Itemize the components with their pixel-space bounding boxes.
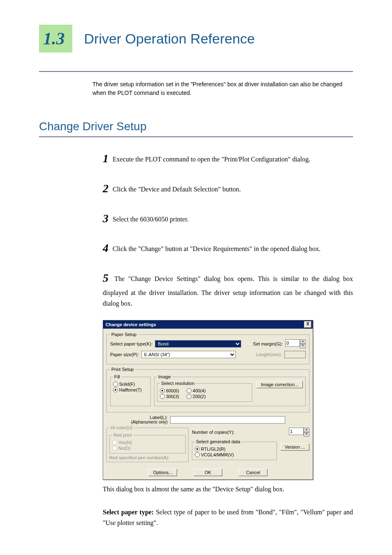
image-group: Image Select resolution 600(6) 300(3) [154, 374, 306, 406]
label-hint: (Alphanumeric only) [131, 420, 168, 424]
fill-group: Fill Solid(F) Halftone(T) [110, 374, 151, 406]
resolution-group: Select resolution 600(6) 300(3) 400(4) [157, 381, 252, 402]
generated-data-group: Select generated data RTL/GL2(R) VCGL4/M… [192, 439, 277, 460]
options-button[interactable]: Options... [148, 469, 177, 476]
step-number: 4 [103, 242, 108, 254]
step-5: 5 The "Change Device Settings" dialog bo… [103, 269, 353, 309]
redprint-group: Red print Yes(H) No(D) [109, 433, 186, 454]
step-1: 1 Execute the PLOT command to open the "… [103, 150, 353, 168]
dialog-titlebar: Change device settings X [103, 320, 313, 329]
section-number-badge: 1.3 [39, 25, 72, 53]
chevron-down-icon[interactable]: ▼ [300, 344, 306, 348]
fill-solid-radio[interactable]: Solid(F) [113, 382, 148, 387]
res-300-radio[interactable]: 300(3) [160, 394, 179, 399]
image-legend: Image [157, 374, 172, 379]
figure-caption: This dialog box is almost the same as th… [103, 486, 353, 493]
chevron-down-icon[interactable]: ▼ [304, 432, 309, 437]
dialog-title: Change device settings [106, 322, 156, 327]
set-margin-spinner[interactable]: ▲▼ [285, 339, 306, 348]
step-text: Execute the PLOT command to open the "Pr… [113, 156, 310, 163]
paper-setup-legend: Paper Setup [110, 332, 138, 337]
intro-paragraph: The driver setup information set in the … [92, 80, 353, 97]
fill-halftone-radio[interactable]: Halftone(T) [113, 387, 148, 392]
length-label: Length(mm): [256, 352, 282, 357]
desc-bold: Select paper type: [103, 509, 154, 516]
chevron-up-icon[interactable]: ▲ [304, 428, 309, 432]
step-3: 3 Select the 6030/6050 printer. [103, 210, 353, 228]
gendata-rtl-radio[interactable]: RTL/GL2(R) [195, 447, 274, 451]
paper-size-select[interactable]: E-ANSI (34") [141, 351, 236, 358]
step-2: 2 Click the "Device and Default Selectio… [103, 180, 353, 198]
step-number: 2 [103, 182, 108, 195]
set-margin-label: Set margin(G): [253, 341, 283, 346]
print-setup-legend: Print Setup [110, 367, 135, 372]
paper-type-label: Select paper type(K): [110, 341, 152, 346]
step-text: Click the "Change" button at "Device Req… [113, 245, 321, 252]
copies-spinner[interactable]: ▲▼ [289, 428, 309, 437]
copies-label: Number of copies(Y): [192, 430, 235, 435]
paper-size-label: Paper size(P): [110, 352, 139, 357]
step-text: Click the "Device and Default Selection"… [113, 186, 241, 193]
close-icon[interactable]: X [304, 321, 311, 328]
chevron-up-icon[interactable]: ▲ [300, 339, 306, 344]
paper-type-select[interactable]: Bond [155, 340, 241, 348]
cancel-button[interactable]: Cancel [239, 469, 267, 476]
section-title: Driver Operation Reference [84, 31, 255, 47]
res-200-radio[interactable]: 200(2) [187, 394, 206, 399]
ok-button[interactable]: OK [194, 469, 222, 476]
label-label: Label(L): [131, 415, 168, 420]
image-correction-button[interactable]: Image correction... [256, 381, 303, 388]
hicolor-group: HI color(U) Red print Yes(H) No(D) Red s… [106, 425, 189, 462]
copies-input[interactable] [289, 428, 304, 435]
redprint-no-radio: No(D) [112, 446, 183, 451]
step-text: Select the 6030/6050 printer. [113, 216, 189, 223]
step-number: 5 [103, 272, 108, 284]
divider [39, 71, 353, 72]
step-number: 3 [103, 212, 108, 225]
res-400-radio[interactable]: 400(4) [187, 388, 206, 393]
step-number: 1 [103, 152, 108, 165]
length-input [284, 351, 306, 358]
hicolor-legend: HI color(U) [109, 425, 134, 430]
label-input[interactable] [170, 416, 285, 424]
set-margin-input[interactable] [285, 339, 300, 347]
step-text: The "Change Device Settings" dialog box … [103, 275, 353, 306]
section-header: 1.3 Driver Operation Reference [39, 25, 353, 53]
gendata-vcgl-radio[interactable]: VCGL4/MMR(V) [195, 452, 274, 457]
red-pen-label: Red specified pen number(A): [109, 455, 186, 460]
print-setup-group: Print Setup Fill Solid(F) Halftone(T) Im… [106, 367, 309, 412]
step-4: 4 Click the "Change" button at "Device R… [103, 239, 353, 258]
resolution-legend: Select resolution [160, 381, 196, 386]
version-button[interactable]: Version ... [280, 443, 309, 451]
res-600-radio[interactable]: 600(6) [160, 388, 179, 393]
fill-legend: Fill [113, 374, 121, 379]
divider [39, 136, 353, 137]
dialog-screenshot: Change device settings X Paper Setup Sel… [103, 320, 353, 480]
redprint-legend: Red print [112, 433, 133, 438]
redprint-yes-radio: Yes(H) [112, 440, 183, 445]
generated-data-legend: Select generated data [195, 439, 242, 444]
paper-setup-group: Paper Setup Select paper type(K): Bond S… [106, 332, 309, 364]
paper-type-description: Select paper type: Select type of paper … [103, 507, 353, 528]
subsection-heading: Change Driver Setup [39, 120, 353, 133]
